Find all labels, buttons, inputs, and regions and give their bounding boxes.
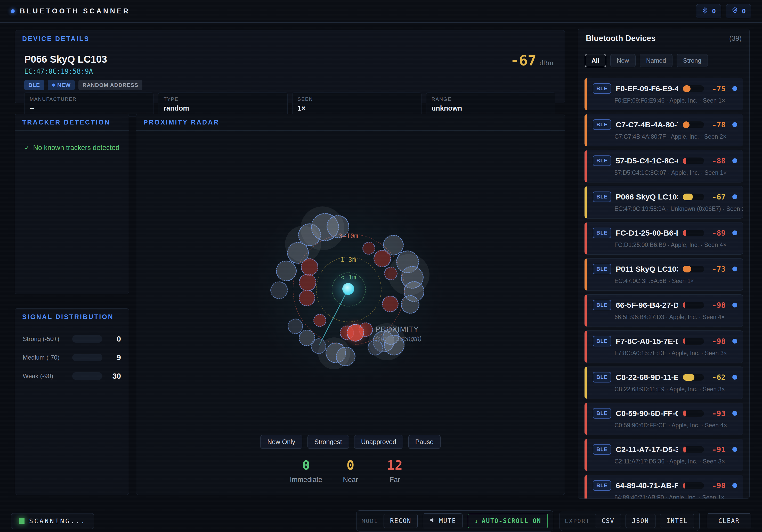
ble-badge: BLE xyxy=(593,444,611,455)
mode-button[interactable]: RECON xyxy=(384,514,418,528)
device-name: C2-11-A7-17-D5-36 xyxy=(616,445,678,454)
device-status-dot xyxy=(732,158,737,163)
selected-device-name: P066 SkyQ LC103 xyxy=(24,54,555,65)
bluetooth-count-badge[interactable]: 0 xyxy=(696,4,721,18)
device-meta: FC:D1:25:00:B6:B9 · Apple, Inc. · Seen 4… xyxy=(614,241,737,248)
device-list-filters: AllNewNamedStrong xyxy=(578,48,749,73)
field-value: unknown xyxy=(431,104,550,112)
ble-badge: BLE xyxy=(593,191,611,202)
device-rssi: -93 xyxy=(709,409,725,418)
signal-bar xyxy=(683,338,704,345)
radar-watermark: PROXIMITY (signal strength) xyxy=(375,325,421,343)
device-list-item[interactable]: BLE P066 SkyQ LC103 -67 EC:47:0C:19:58:9… xyxy=(584,186,743,219)
device-status-dot xyxy=(732,447,737,452)
device-status-dot xyxy=(732,194,737,199)
export-label: EXPORT xyxy=(565,518,590,524)
device-badges: BLENEWRANDOM ADDRESS xyxy=(24,80,555,90)
ble-badge: BLE xyxy=(593,156,611,166)
stat-label: Far xyxy=(373,476,417,484)
device-list-item[interactable]: BLE F7-8C-A0-15-7E-DE -98 F7:8C:A0:15:7E… xyxy=(584,330,743,363)
signal-bar xyxy=(683,194,704,200)
status-bar: SCANNING... MODE RECON MUTE ↓ AUTO-SCROL… xyxy=(0,510,762,532)
device-list-item[interactable]: BLE F0-EF-09-F6-E9-46 -75 F0:EF:09:F6:E9… xyxy=(584,78,743,110)
proximity-stat: 12 Far xyxy=(373,458,417,484)
device-details-header: DEVICE DETAILS xyxy=(15,31,565,47)
watermark-subtitle: (signal strength) xyxy=(375,335,421,343)
device-list-item[interactable]: BLE C8-22-68-9D-11-E9 -62 C8:22:68:9D:11… xyxy=(584,366,743,399)
device-list-item[interactable]: BLE P011 SkyQ LC103 -73 EC:47:0C:3F:5A:6… xyxy=(584,258,743,291)
device-name: C7-C7-4B-4A-80-7F xyxy=(616,120,678,129)
radar-filter-button[interactable]: Pause xyxy=(408,435,441,449)
field-label: RANGE xyxy=(431,97,550,102)
export-intel-button[interactable]: INTEL xyxy=(660,514,694,528)
tracker-message: No known trackers detected xyxy=(33,144,119,152)
mute-button[interactable]: MUTE xyxy=(423,513,463,528)
device-list-item[interactable]: BLE C2-11-A7-17-D5-36 -91 C2:11:A7:17:D5… xyxy=(584,439,743,471)
field-label: SEEN xyxy=(298,97,416,102)
stat-value: 0 xyxy=(284,458,328,473)
device-list-item[interactable]: BLE C7-C7-4B-4A-80-7F -78 C7:C7:4B:4A:80… xyxy=(584,114,743,146)
location-count-badge[interactable]: 0 xyxy=(726,4,751,18)
device-rssi: -73 xyxy=(709,265,725,274)
device-name: 64-89-40-71-AB-F0 xyxy=(616,481,678,490)
device-list-item[interactable]: BLE FC-D1-25-00-B6-B9 -89 FC:D1:25:00:B6… xyxy=(584,222,743,255)
radar-filter-button[interactable]: Unapproved xyxy=(354,435,403,449)
signal-bar xyxy=(683,158,704,164)
signal-row: Strong (-50+) 0 xyxy=(23,335,121,343)
device-filter-tab[interactable]: All xyxy=(585,54,606,67)
device-filter-tab[interactable]: Named xyxy=(640,54,672,67)
clear-button[interactable]: CLEAR xyxy=(707,513,751,528)
device-list-title: Bluetooth Devices xyxy=(586,34,655,43)
device-status-dot xyxy=(732,483,737,488)
device-name: F0-EF-09-F6-E9-46 xyxy=(616,84,678,93)
radar-filter-buttons: New OnlyStrongestUnapprovedPause xyxy=(136,435,565,449)
bluetooth-count: 0 xyxy=(712,8,716,15)
location-pin-icon xyxy=(731,7,738,16)
device-name: F7-8C-A0-15-7E-DE xyxy=(616,337,678,346)
device-list-panel: Bluetooth Devices (39) AllNewNamedStrong… xyxy=(578,29,750,499)
device-row: BLE C8-22-68-9D-11-E9 -62 xyxy=(593,372,737,382)
ble-badge: BLE xyxy=(593,300,611,310)
export-csv-button[interactable]: CSV xyxy=(595,514,621,528)
signal-distribution-header: SIGNAL DISTRIBUTION xyxy=(15,308,129,325)
radar-filter-button[interactable]: Strongest xyxy=(307,435,349,449)
autoscroll-button[interactable]: ↓ AUTO-SCROLL ON xyxy=(468,514,548,528)
field-value: random xyxy=(164,104,282,112)
device-rssi: -78 xyxy=(709,120,725,129)
device-filter-tab[interactable]: Strong xyxy=(677,54,708,67)
device-signal-accent xyxy=(584,403,587,435)
top-bar: BLUETOOTH SCANNER 0 0 xyxy=(0,0,762,23)
device-details-panel: DEVICE DETAILS P066 SkyQ LC103 EC:47:0C:… xyxy=(15,30,565,103)
device-signal-accent xyxy=(584,439,587,471)
device-list-item[interactable]: BLE 57-D5-C4-1C-8C-07 -88 57:D5:C4:1C:8C… xyxy=(584,150,743,182)
radar-filter-button[interactable]: New Only xyxy=(260,435,302,449)
signal-bar xyxy=(683,85,704,92)
autoscroll-label: AUTO-SCROLL ON xyxy=(482,517,541,524)
signal-bar xyxy=(683,482,704,489)
device-list[interactable]: BLE F0-EF-09-F6-E9-46 -75 F0:EF:09:F6:E9… xyxy=(578,73,749,499)
device-signal-accent xyxy=(584,186,587,218)
device-row: BLE P066 SkyQ LC103 -67 xyxy=(593,191,737,202)
device-name: C0-59-90-6D-FF-CE xyxy=(616,409,678,418)
device-signal-accent xyxy=(584,258,587,291)
device-meta: C0:59:90:6D:FF:CE · Apple, Inc. · Seen 4… xyxy=(614,422,737,429)
device-filter-tab[interactable]: New xyxy=(610,54,636,67)
signal-row: Medium (-70) 9 xyxy=(23,353,121,362)
check-icon: ✓ xyxy=(24,144,30,152)
signal-row-bar xyxy=(72,335,103,343)
device-list-item[interactable]: BLE 64-89-40-71-AB-F0 -98 64:89:40:71:AB… xyxy=(584,475,743,499)
device-name: FC-D1-25-00-B6-B9 xyxy=(616,229,678,237)
field-label: MANUFACTURER xyxy=(30,97,148,102)
signal-row-label: Weak (-90) xyxy=(23,372,67,380)
ble-badge: BLE xyxy=(593,119,611,130)
proximity-stat: 0 Immediate xyxy=(284,458,328,484)
device-list-item[interactable]: BLE 66-5F-96-B4-27-D3 -98 66:5F:96:B4:27… xyxy=(584,294,743,327)
device-field: TYPE random xyxy=(158,92,287,116)
device-name: P011 SkyQ LC103 xyxy=(616,265,678,274)
device-list-item[interactable]: BLE C0-59-90-6D-FF-CE -93 C0:59:90:6D:FF… xyxy=(584,403,743,435)
down-arrow-icon: ↓ xyxy=(474,517,479,524)
device-signal-accent xyxy=(584,78,587,110)
device-fields: MANUFACTURER -- TYPE random SEEN 1× RANG… xyxy=(24,92,555,116)
device-row: BLE FC-D1-25-00-B6-B9 -89 xyxy=(593,228,737,238)
export-json-button[interactable]: JSON xyxy=(626,514,655,528)
